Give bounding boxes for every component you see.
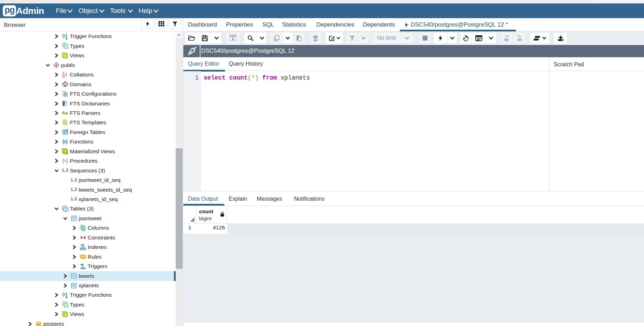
svg-text:B: B <box>62 75 65 78</box>
svg-text:1..3: 1..3 <box>71 178 77 183</box>
svg-text:1..3: 1..3 <box>71 197 77 202</box>
svg-text:1..3: 1..3 <box>71 187 77 192</box>
svg-text:1..3: 1..3 <box>62 168 68 173</box>
svg-text:Aa: Aa <box>62 110 68 116</box>
